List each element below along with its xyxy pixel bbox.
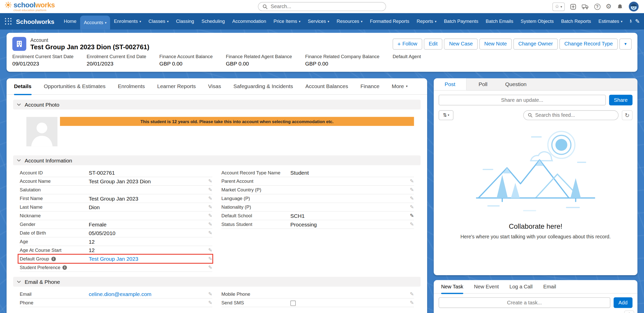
nav-tab-classes[interactable]: Classes▾ [145, 13, 172, 30]
nav-tab-more[interactable]: More▾ [626, 13, 632, 30]
nav-tab-home[interactable]: Home [60, 13, 80, 30]
feed-search [523, 110, 619, 120]
nav-tab-services[interactable]: Services▾ [304, 13, 333, 30]
activity-settings-button[interactable]: ⚙ [624, 310, 634, 313]
edit-pencil-icon[interactable]: ✎ [208, 230, 212, 236]
activity-tab-new-event[interactable]: New Event [474, 280, 499, 293]
global-actions-icon[interactable] [570, 4, 576, 10]
field-row-default-school: Default SchoolSCH1✎ [221, 212, 414, 220]
edit-pencil-icon[interactable]: ✎ [410, 300, 414, 306]
nav-tab-formatted-reports[interactable]: Formatted Reports [366, 13, 413, 30]
nav-tab-accounts[interactable]: Accounts▾ [80, 15, 110, 29]
data-transfer-icon[interactable] [581, 4, 589, 9]
edit-pencil-icon[interactable]: ✎ [410, 196, 414, 202]
field-label: Market Country (P) [221, 187, 261, 192]
feed-sort-button[interactable]: ⇅ ▾ [439, 110, 453, 120]
info-icon[interactable]: i [63, 265, 67, 270]
edit-pencil-icon[interactable]: ✎ [208, 187, 212, 193]
nav-tab-reports[interactable]: Reports▾ [413, 13, 440, 30]
share-button[interactable]: Share [609, 95, 633, 105]
activity-tab-new-task[interactable]: New Task [441, 280, 463, 293]
global-header: schoolworks cloud education platform ☆ ▾ [0, 0, 644, 13]
new-note-button[interactable]: New Note [479, 38, 512, 50]
edit-pencil-icon[interactable]: ✎ [410, 178, 414, 184]
app-name[interactable]: Schoolworks [16, 18, 54, 25]
edit-pencil-icon[interactable]: ✎ [410, 204, 414, 210]
share-update-input[interactable] [439, 95, 606, 105]
edit-pencil-icon[interactable]: ✎ [410, 187, 414, 193]
refresh-icon[interactable]: ↻ [622, 110, 633, 120]
detail-tab-safeguarding-incidents[interactable]: Safeguarding & Incidents [233, 78, 293, 95]
edit-pencil-icon[interactable]: ✎ [208, 256, 212, 262]
add-task-button[interactable]: Add [613, 297, 633, 308]
detail-tab-finance[interactable]: Finance [361, 78, 380, 95]
help-icon[interactable]: ? [594, 4, 600, 10]
user-avatar[interactable] [628, 1, 639, 12]
more-actions-button[interactable]: ▼ [619, 38, 632, 50]
send-sms-checkbox[interactable] [290, 300, 296, 306]
edit-pencil-icon[interactable]: ✎ [208, 300, 212, 306]
nav-tab-accommodation[interactable]: Accommodation [229, 13, 270, 30]
change-owner-button[interactable]: Change Owner [513, 38, 558, 50]
detail-tab-more[interactable]: More▾ [392, 78, 408, 95]
feed-card: PostPollQuestion Share ⇅ ▾ [434, 78, 637, 275]
edit-pencil-icon[interactable]: ✎ [410, 213, 414, 219]
activity-tab-email[interactable]: Email [543, 280, 556, 293]
change-record-type-button[interactable]: Change Record Type [559, 38, 618, 50]
nav-tab-batch-emails[interactable]: Batch Emails [482, 13, 517, 30]
nav-tab-classing[interactable]: Classing [172, 13, 198, 30]
field-value-link[interactable]: Test Group Jan 2023 [89, 256, 138, 262]
edit-pencil-icon[interactable]: ✎ [208, 178, 212, 184]
notifications-bell-icon[interactable] [617, 4, 623, 10]
nav-tab-resources[interactable]: Resources▾ [333, 13, 366, 30]
new-case-button[interactable]: New Case [444, 38, 478, 50]
field-value-link[interactable]: celine.dion@example.com [89, 291, 152, 297]
detail-tab-enrolments[interactable]: Enrolments [118, 78, 145, 95]
account-photo-placeholder[interactable] [26, 117, 57, 146]
detail-tab-learner-reports[interactable]: Learner Reports [157, 78, 196, 95]
activity-tab-log-a-call[interactable]: Log a Call [510, 280, 533, 293]
create-task-input[interactable] [439, 297, 610, 308]
app-launcher-icon[interactable] [5, 18, 12, 25]
detail-tab-account-balances[interactable]: Account Balances [305, 78, 348, 95]
nav-tab-batch-payments[interactable]: Batch Payments [440, 13, 482, 30]
nav-tab-system-objects[interactable]: System Objects [517, 13, 557, 30]
field-row-age: Age12 [20, 237, 213, 246]
nav-tab-price-items[interactable]: Price Items▾ [270, 13, 304, 30]
setup-gear-icon[interactable]: ⚙ [606, 3, 611, 10]
nav-tab-batch-reports[interactable]: Batch Reports [557, 13, 595, 30]
highlight-value [393, 61, 429, 67]
section-header-account-information[interactable]: Account Information [13, 155, 421, 165]
edit-pencil-icon[interactable]: ✎ [208, 265, 212, 270]
nav-tab-enrolments[interactable]: Enrolments▾ [110, 13, 145, 30]
info-icon[interactable]: i [51, 256, 56, 261]
section-header-account-photo[interactable]: Account Photo [13, 100, 421, 110]
detail-tab-details[interactable]: Details [14, 78, 32, 95]
follow-button[interactable]: +Follow [393, 38, 422, 50]
nav-tab-estimates[interactable]: Estimates▾ [595, 13, 626, 30]
feed-search-input[interactable] [535, 112, 614, 118]
edit-button[interactable]: Edit [424, 38, 443, 50]
nav-edit-pencil-icon[interactable]: ✎ [635, 18, 640, 25]
detail-tab-visas[interactable]: Visas [208, 78, 221, 95]
field-label: Age At Course Start [20, 248, 62, 253]
schoolworks-logo[interactable]: schoolworks cloud education platform [5, 2, 55, 12]
feed-tab-poll[interactable]: Poll [467, 78, 499, 90]
section-header-email-phone[interactable]: Email & Phone [13, 277, 421, 287]
field-label-wrap: Nationality (P) [221, 205, 290, 209]
favorites-button[interactable]: ☆ ▾ [552, 2, 565, 11]
field-value: ST-002761 [89, 170, 212, 176]
edit-pencil-icon[interactable]: ✎ [208, 291, 212, 297]
edit-pencil-icon[interactable]: ✎ [208, 204, 212, 210]
feed-tab-question[interactable]: Question [499, 78, 532, 90]
detail-tab-opportunities-estimates[interactable]: Opportunities & Estimates [44, 78, 106, 95]
edit-pencil-icon[interactable]: ✎ [410, 291, 414, 297]
nav-tab-scheduling[interactable]: Scheduling [198, 13, 229, 30]
edit-pencil-icon[interactable]: ✎ [208, 196, 212, 202]
edit-pencil-icon[interactable]: ✎ [208, 221, 212, 227]
edit-pencil-icon[interactable]: ✎ [208, 213, 212, 219]
global-search-input[interactable] [271, 4, 382, 10]
edit-pencil-icon[interactable]: ✎ [208, 247, 212, 253]
edit-pencil-icon[interactable]: ✎ [410, 221, 414, 227]
feed-tab-post[interactable]: Post [434, 78, 467, 90]
